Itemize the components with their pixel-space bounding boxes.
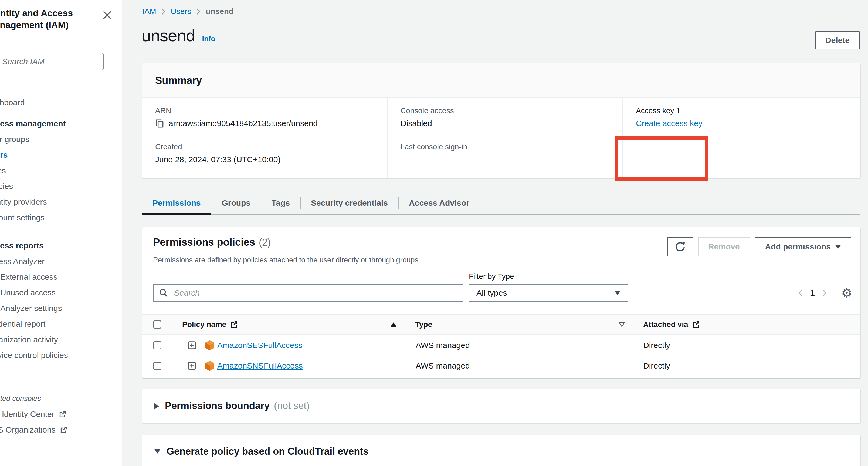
- remove-button[interactable]: Remove: [698, 237, 750, 256]
- main-content: IAM Users unsend unsend Info Delete Summ…: [122, 0, 868, 466]
- chevron-right-icon: [162, 8, 165, 15]
- create-access-key-link[interactable]: Create access key: [636, 118, 703, 129]
- column-policy-name-label: Policy name: [182, 320, 226, 329]
- tab-tags[interactable]: Tags: [261, 192, 300, 214]
- access-key-label: Access key 1: [636, 106, 850, 115]
- breadcrumb-iam-link[interactable]: IAM: [142, 7, 156, 16]
- tab-groups[interactable]: Groups: [211, 192, 261, 214]
- sidebar-item-aws-organizations[interactable]: AWS Organizations: [0, 422, 120, 438]
- policies-header: Permissions policies (2): [153, 237, 271, 248]
- sidebar-item-identity-providers[interactable]: Identity providers: [0, 194, 120, 210]
- next-page-icon[interactable]: [822, 289, 827, 297]
- sidebar-item-policies[interactable]: Policies: [0, 179, 120, 194]
- policy-search-box: [153, 284, 463, 302]
- iam-sidebar: Identity and Access Management (IAM) Das…: [0, 0, 122, 466]
- console-access-label: Console access: [401, 106, 612, 115]
- expand-right-icon: [154, 403, 159, 410]
- row-checkbox[interactable]: [153, 341, 161, 349]
- delete-button[interactable]: Delete: [815, 31, 860, 49]
- sidebar-item-account-settings[interactable]: Account settings: [0, 210, 120, 225]
- table-row: AmazonSESFullAccess AWS managed Directly: [142, 335, 861, 356]
- managed-policy-icon: [205, 340, 215, 351]
- row-checkbox[interactable]: [153, 362, 161, 370]
- console-access-value: Disabled: [401, 118, 432, 129]
- expand-plus-icon[interactable]: [188, 362, 196, 370]
- policy-search-input[interactable]: [174, 288, 458, 298]
- permissions-policies-card: Permissions policies (2) Permissions are…: [142, 227, 861, 378]
- tab-security-credentials[interactable]: Security credentials: [301, 192, 398, 214]
- sidebar-item-unused-access[interactable]: Unused access: [0, 285, 135, 301]
- sidebar-search-input[interactable]: [0, 53, 104, 70]
- refresh-button[interactable]: [667, 237, 693, 256]
- sidebar-item-access-analyzer[interactable]: Access Analyzer: [0, 253, 120, 269]
- policies-title: Permissions policies: [153, 237, 255, 248]
- type-filter-value: All types: [476, 288, 507, 298]
- sort-ascending-icon[interactable]: [391, 322, 397, 327]
- sidebar-item-credential-report[interactable]: Credential report: [0, 316, 120, 332]
- sidebar-nav: Dashboard Access management User groups …: [0, 95, 135, 438]
- summary-card: Summary ARN arn:aws:iam::905418462135:us…: [142, 63, 861, 178]
- previous-page-icon[interactable]: [798, 289, 803, 297]
- refresh-icon: [675, 241, 686, 252]
- gear-icon[interactable]: ⚙: [841, 287, 852, 299]
- summary-heading: Summary: [155, 75, 202, 86]
- close-icon[interactable]: [102, 10, 113, 21]
- generate-policy-title: Generate policy based on CloudTrail even…: [166, 446, 368, 457]
- sidebar-item-roles[interactable]: Roles: [0, 163, 120, 179]
- column-attached-via[interactable]: Attached via: [643, 320, 700, 329]
- select-all-checkbox[interactable]: [153, 320, 161, 329]
- sort-descending-outline-icon[interactable]: [618, 322, 625, 327]
- sidebar-item-label: IAM Identity Center: [0, 406, 55, 422]
- type-filter-dropdown[interactable]: All types: [469, 284, 628, 302]
- expand-down-icon: [154, 449, 161, 454]
- policy-link[interactable]: AmazonSESFullAccess: [217, 341, 302, 350]
- sidebar-item-service-control-policies[interactable]: Service control policies: [0, 347, 120, 363]
- sidebar-item-user-groups[interactable]: User groups: [0, 131, 120, 147]
- table-row: AmazonSNSFullAccess AWS managed Directly: [142, 355, 861, 376]
- column-policy-name[interactable]: Policy name: [182, 320, 238, 329]
- arn-value: arn:aws:iam::905418462135:user/unsend: [169, 118, 318, 129]
- detail-tabs: Permissions Groups Tags Security credent…: [142, 192, 861, 215]
- permissions-boundary-status: (not set): [274, 400, 310, 411]
- sidebar-title: Identity and Access Management (IAM): [0, 7, 103, 31]
- column-type[interactable]: Type: [415, 320, 432, 329]
- add-permissions-button[interactable]: Add permissions: [755, 237, 851, 256]
- info-link[interactable]: Info: [202, 35, 215, 43]
- sidebar-item-users[interactable]: Users: [0, 147, 120, 163]
- arn-label: ARN: [155, 106, 376, 115]
- generate-policy-card[interactable]: Generate policy based on CloudTrail even…: [142, 435, 861, 466]
- sidebar-item-dashboard[interactable]: Dashboard: [0, 95, 120, 111]
- copy-icon[interactable]: [155, 119, 164, 128]
- policy-attached-via: Directly: [643, 341, 670, 350]
- table-header: Policy name Type Attached via: [142, 314, 861, 335]
- summary-col-arn: ARN arn:aws:iam::905418462135:user/unsen…: [142, 98, 387, 178]
- tab-permissions[interactable]: Permissions: [142, 192, 211, 214]
- summary-col-access-key: Access key 1 Create access key: [622, 98, 861, 178]
- breadcrumb-users-link[interactable]: Users: [171, 7, 191, 16]
- policy-type: AWS managed: [416, 341, 470, 350]
- column-divider: [405, 319, 405, 330]
- breadcrumb-current: unsend: [206, 7, 234, 16]
- pagination: 1 ⚙: [798, 284, 852, 302]
- summary-col-console: Console access Disabled Last console sig…: [387, 98, 622, 178]
- policy-link[interactable]: AmazonSNSFullAccess: [217, 361, 303, 370]
- sidebar-divider: [0, 84, 122, 84]
- permissions-boundary-card[interactable]: Permissions boundary (not set): [142, 389, 861, 423]
- breadcrumb: IAM Users unsend: [142, 7, 234, 16]
- pagination-divider: [834, 286, 834, 300]
- summary-body: ARN arn:aws:iam::905418462135:user/unsen…: [142, 98, 861, 178]
- last-signin-value: -: [401, 154, 403, 165]
- summary-header: Summary: [142, 63, 861, 98]
- column-divider: [633, 319, 633, 330]
- tab-access-advisor[interactable]: Access Advisor: [399, 192, 479, 214]
- sidebar-item-external-access[interactable]: External access: [0, 269, 135, 285]
- policies-count: (2): [259, 237, 271, 248]
- chevron-down-icon: [835, 245, 841, 249]
- external-link-icon: [692, 320, 700, 329]
- page-number[interactable]: 1: [810, 288, 815, 298]
- sidebar-item-organization-activity[interactable]: Organization activity: [0, 332, 120, 347]
- chevron-right-icon: [196, 8, 200, 15]
- sidebar-item-analyzer-settings[interactable]: Analyzer settings: [0, 301, 135, 316]
- sidebar-item-iam-identity-center[interactable]: IAM Identity Center: [0, 406, 120, 422]
- expand-plus-icon[interactable]: [188, 341, 196, 350]
